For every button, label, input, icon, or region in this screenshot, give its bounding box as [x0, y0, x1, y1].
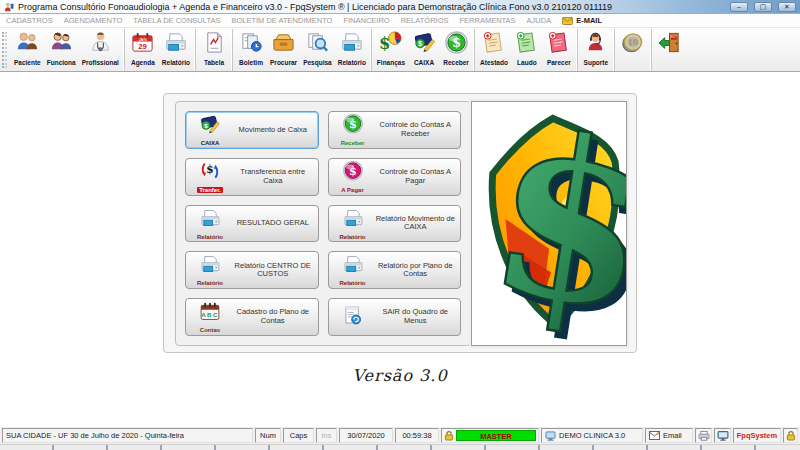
- cashbook-icon: $: [412, 30, 437, 59]
- button-label: RESULTADO GERAL: [231, 219, 315, 228]
- report-printer-icon: [340, 207, 366, 234]
- coin-icon: 10: [620, 30, 645, 59]
- toolbar-paciente-button[interactable]: Paciente: [11, 30, 44, 67]
- bulletin-icon: [239, 30, 264, 59]
- sair-quadro-de-menus-button[interactable]: SAIR do Quadro de Menus: [328, 298, 462, 336]
- button-label: Controle do Contas A Receber: [374, 121, 458, 138]
- resultado-geral-button[interactable]: Relatório RESULTADO GERAL: [185, 205, 319, 243]
- exit-menus-icon: [340, 304, 366, 331]
- status-printer[interactable]: [695, 428, 712, 443]
- bottom-strip: [0, 444, 800, 450]
- dollar-glyph: $: [475, 102, 626, 345]
- movimento-de-caixa-button[interactable]: $ CAIXA Movimento de Caixa: [185, 111, 319, 149]
- report-printer-icon: [339, 30, 364, 59]
- toolbar-financas-button[interactable]: $ Finanças: [374, 30, 408, 67]
- report-printer-icon: [197, 207, 223, 234]
- table-document-icon: [202, 30, 227, 59]
- toolbar-tabela-button[interactable]: Tabela: [198, 30, 230, 67]
- relatorio-centro-de-custos-button[interactable]: Relatório Relatório CENTRO DE CUSTOS: [185, 251, 319, 289]
- toolbar-relatorio-boletim-button[interactable]: Relatório: [335, 30, 369, 67]
- status-user-name: MASTER: [456, 430, 536, 441]
- toolbar-funcionaria-button[interactable]: Funciona: [44, 30, 79, 67]
- minimize-button[interactable]: –: [730, 2, 748, 12]
- report-printer-icon: [340, 253, 366, 280]
- menu-boletim-de-atendimento[interactable]: BOLETIM DE ATENDIMENTO: [231, 16, 332, 25]
- main-menu-frame: $ CAIXA Movimento de Caixa $ Receber Con…: [163, 93, 637, 353]
- patients-icon: [15, 30, 40, 59]
- svg-text:$: $: [204, 122, 208, 129]
- menu-ferramentas[interactable]: FERRAMENTAS: [459, 16, 515, 25]
- menu-financeiro[interactable]: FINANCEIRO: [343, 16, 389, 25]
- toolbar-profissional-button[interactable]: Profissional: [79, 30, 122, 67]
- toolbar-boletim-button[interactable]: Boletim: [235, 30, 267, 67]
- toolbar-coin-button[interactable]: 10: [617, 30, 649, 59]
- svg-text:10: 10: [628, 38, 638, 47]
- button-label: Cadastro do Plano de Contas: [231, 308, 315, 325]
- printer-icon: [698, 431, 710, 441]
- button-label: Relatório Movimento de CAIXA: [374, 215, 458, 232]
- icon-caption: Receber: [341, 140, 365, 147]
- svg-text:$: $: [379, 34, 390, 53]
- menu-email[interactable]: E-MAIL: [562, 16, 602, 25]
- toolbar-laudo-button[interactable]: Laudo: [511, 30, 543, 67]
- relatorio-movimento-caixa-button[interactable]: Relatório Relatório Movimento de CAIXA: [328, 205, 462, 243]
- pay-dollar-icon: $: [340, 160, 366, 187]
- svg-text:$: $: [418, 40, 422, 48]
- staff-icon: [49, 30, 74, 59]
- menu-relatorios[interactable]: RELATÓRIOS: [401, 16, 449, 25]
- toolbar-suporte-button[interactable]: Suporte: [580, 30, 612, 67]
- menu-cadastros[interactable]: CADASTROS: [6, 16, 53, 25]
- drawer-icon: [271, 30, 296, 59]
- toolbar-group-boletim: Boletim Procurar Pesquisa Relatório: [232, 29, 371, 71]
- menu-ajuda[interactable]: AJUDA: [527, 16, 552, 25]
- status-clinic: DEMO CLINICA 3.0: [541, 428, 643, 443]
- accounts-calendar-icon: ABC: [197, 300, 223, 327]
- version-text: Versão 3.0: [0, 366, 800, 385]
- toolbar-caixa-button[interactable]: $ CAIXA: [408, 30, 440, 67]
- menu-tabela-de-consultas[interactable]: TABELA DE CONSULTAS: [133, 16, 220, 25]
- toolbar: Paciente Funciona Profissional JAN29 Age…: [0, 28, 800, 72]
- cadastro-plano-de-contas-button[interactable]: ABC Contas Cadastro do Plano de Contas: [185, 298, 319, 336]
- toolbar-group-tabela: Tabela: [195, 29, 232, 71]
- toolbar-pesquisa-button[interactable]: Pesquisa: [300, 30, 335, 67]
- toolbar-group-exit: EXIT: [651, 29, 688, 71]
- maximize-button[interactable]: ▢: [754, 2, 772, 12]
- report-printer-icon: [163, 30, 188, 59]
- relatorio-plano-de-contas-button[interactable]: Relatório Relatório por Plano de Contas: [328, 251, 462, 289]
- status-capslock: Caps: [283, 428, 314, 443]
- contas-a-pagar-button[interactable]: $ A Pagar Controle do Contas A Pagar: [328, 158, 462, 196]
- contas-a-receber-button[interactable]: $ Receber Controle do Contas A Receber: [328, 111, 462, 149]
- menu-agendamento[interactable]: AGENDAMENTO: [64, 16, 123, 25]
- toolbar-group-cadastros: Paciente Funciona Profissional: [9, 29, 124, 71]
- toolbar-parecer-button[interactable]: Parecer: [543, 30, 575, 67]
- icon-caption: Relatório: [197, 280, 223, 287]
- padlock-icon: [786, 430, 796, 441]
- status-email-label: Email: [663, 431, 682, 440]
- toolbar-atestado-button[interactable]: Atestado: [477, 30, 511, 67]
- transferencia-entre-caixa-button[interactable]: $ Tranfer. Transferencia entre Caixa: [185, 158, 319, 196]
- toolbar-grip[interactable]: [2, 32, 7, 68]
- letter-icon: [649, 431, 660, 440]
- status-email[interactable]: Email: [645, 428, 693, 443]
- button-label: Controle do Contas A Pagar: [374, 168, 458, 185]
- toolbar-exit-button[interactable]: EXIT: [654, 30, 686, 59]
- svg-text:$: $: [206, 163, 213, 176]
- toolbar-group-coin: 10: [614, 29, 651, 71]
- status-monitor[interactable]: [714, 428, 731, 443]
- calendar-icon: JAN29: [130, 30, 155, 59]
- close-button[interactable]: ✕: [778, 2, 796, 12]
- certificate-note-icon: [481, 30, 506, 59]
- toolbar-procurar-button[interactable]: Procurar: [267, 30, 300, 67]
- toolbar-receber-button[interactable]: $ Receber: [440, 30, 472, 67]
- button-label: Relatório por Plano de Contas: [374, 262, 458, 279]
- button-label: Transferencia entre Caixa: [231, 168, 315, 185]
- icon-caption: Relatório: [339, 280, 365, 287]
- report-printer-icon: [197, 253, 223, 280]
- icon-caption: A Pagar: [341, 187, 363, 194]
- support-icon: [583, 30, 608, 59]
- toolbar-relatorio-agenda-button[interactable]: Relatório: [159, 30, 193, 67]
- transfer-icon: $: [197, 160, 223, 187]
- button-label: SAIR do Quadro de Menus: [374, 308, 458, 325]
- button-label: Relatório CENTRO DE CUSTOS: [231, 262, 315, 279]
- toolbar-agenda-button[interactable]: JAN29 Agenda: [127, 30, 159, 67]
